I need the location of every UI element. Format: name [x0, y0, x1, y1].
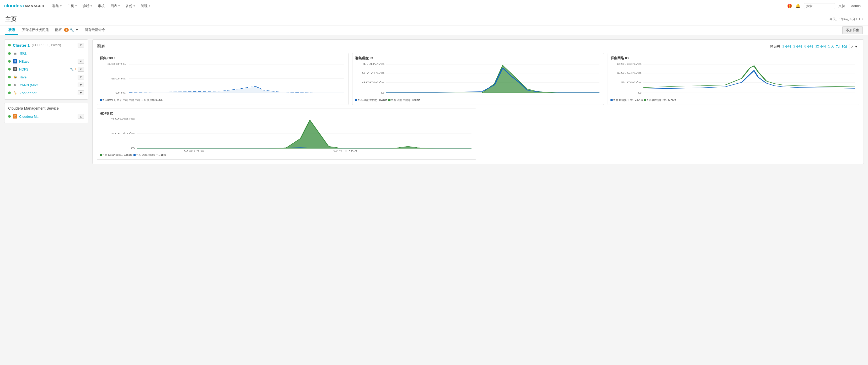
- hdfs-io-chart-card: HDFS IO 400b/s 200b/s 0 03:45 04 PM: [97, 109, 476, 160]
- time-filters: 30 分钟 1 小时 2 小时 6 小时 12 小时 1 天 7d 30d ↗ …: [770, 44, 859, 49]
- nav-item-backup[interactable]: 备份: [123, 0, 138, 12]
- tab-status[interactable]: 状态: [5, 25, 18, 35]
- tab-commands[interactable]: 所有最新命令: [82, 25, 108, 35]
- management-card: Cloudera Management Service C Cloudera M…: [4, 103, 88, 123]
- service-status-dot: [8, 52, 11, 55]
- nav-item-charts[interactable]: 图表: [108, 0, 122, 12]
- admin-menu[interactable]: admin: [851, 4, 861, 8]
- service-item-hdfs[interactable]: H HDFS 🔧 1 ▼: [8, 66, 84, 73]
- tabs-container: 状态 所有运行状况问题 配置 1 🔧 ▼ 所有最新命令 添加群集: [0, 25, 868, 35]
- time-filter-6h[interactable]: 6 小时: [804, 44, 813, 49]
- service-name-hive: Hive: [20, 75, 75, 79]
- service-status-dot: [8, 76, 11, 79]
- service-name-host: 主机: [20, 51, 84, 56]
- yarn-dropdown-button[interactable]: ▼: [78, 83, 84, 87]
- cluster-name[interactable]: Cluster 1: [13, 43, 30, 48]
- service-list: ⊞ 主机 H HBase ▼ H HDFS: [8, 50, 84, 96]
- hdfs-io-chart-area: 400b/s 200b/s 0 03:45 04 PM: [100, 118, 473, 152]
- svg-marker-19: [386, 65, 599, 93]
- config-dropdown[interactable]: ▼: [75, 28, 79, 31]
- svg-text:29.3K/s: 29.3K/s: [617, 63, 642, 65]
- hdfs-io-chart-title: HDFS IO: [100, 112, 473, 115]
- nav-menu: 群集 主机 诊断 审核 图表 备份 管理: [50, 0, 787, 12]
- top-charts-grid: 群集 CPU 100% 50% 0% 03:45 04 PM: [97, 53, 859, 105]
- svg-text:200b/s: 200b/s: [110, 132, 135, 135]
- external-link-icon[interactable]: ↗ ▼: [849, 44, 859, 49]
- legend-green-dot: [389, 99, 391, 101]
- support-link[interactable]: 支持: [838, 4, 845, 8]
- svg-text:977K/s: 977K/s: [362, 71, 385, 74]
- svg-text:100%: 100%: [107, 63, 126, 65]
- cpu-chart-area: 100% 50% 0% 03:45 04 PM: [100, 63, 346, 97]
- nav-item-cluster[interactable]: 群集: [50, 0, 64, 12]
- cluster-dropdown-button[interactable]: ▼: [78, 43, 84, 48]
- nav-item-host[interactable]: 主机: [65, 0, 80, 12]
- hbase-dropdown-button[interactable]: ▼: [78, 59, 84, 64]
- tab-config[interactable]: 配置 1 🔧 ▼: [52, 25, 82, 35]
- legend-blue-dot: [355, 99, 357, 101]
- cpu-chart-title: 群集 CPU: [100, 56, 346, 61]
- service-item-host[interactable]: ⊞ 主机: [8, 50, 84, 57]
- gift-icon[interactable]: 🎁: [787, 3, 792, 8]
- mgmt-title: Cloudera Management Service: [8, 106, 84, 111]
- nav-item-audit[interactable]: 审核: [95, 0, 107, 12]
- svg-text:400b/s: 400b/s: [110, 118, 135, 120]
- bell-icon[interactable]: 🔔: [795, 3, 801, 8]
- nav-item-manage[interactable]: 管理: [138, 0, 153, 12]
- chevron-down-icon: [149, 5, 150, 6]
- brand-manager-text: MANAGER: [25, 4, 44, 8]
- network-io-chart-card: 群集网络 IO 29.3K/s 19.5K/s 9.8K/s 0 03:45 0…: [608, 53, 859, 105]
- time-filter-1d[interactable]: 1 天: [828, 44, 834, 49]
- cluster-version: (CDH 5.11.0, Parcel): [32, 43, 61, 47]
- chevron-down-icon: [118, 5, 120, 6]
- legend-blue-dot: [611, 99, 613, 101]
- network-io-chart-area: 29.3K/s 19.5K/s 9.8K/s 0 03:45 04 PM: [611, 63, 857, 97]
- brand[interactable]: cloudera MANAGER: [4, 3, 44, 9]
- legend-blue-dot: [133, 154, 135, 156]
- service-item-yarn[interactable]: ⚙ YARN (MR2... ▼: [8, 82, 84, 88]
- time-filter-1h[interactable]: 1 小时: [782, 44, 791, 49]
- cloudera-mgmt-icon: C: [13, 114, 17, 119]
- chevron-down-icon: [75, 5, 77, 6]
- hive-dropdown-button[interactable]: ▼: [78, 75, 84, 80]
- service-item-hive[interactable]: 🐝 Hive ▼: [8, 74, 84, 81]
- time-filter-30min[interactable]: 30 分钟: [770, 44, 780, 49]
- config-badge: 1: [64, 28, 69, 32]
- hdfs-dropdown-button[interactable]: ▼: [78, 67, 84, 71]
- service-status-dot: [8, 92, 11, 94]
- hdfs-warning: 🔧 1: [70, 68, 76, 71]
- time-filter-30d[interactable]: 30d: [841, 45, 847, 49]
- cluster-card: Cluster 1 (CDH 5.11.0, Parcel) ▼ ⊞ 主机 H …: [4, 39, 88, 100]
- service-item-cloudera-mgmt[interactable]: C Cloudera M... ▲: [8, 113, 84, 120]
- svg-text:03:45: 03:45: [184, 149, 205, 152]
- svg-text:9.8K/s: 9.8K/s: [621, 81, 642, 84]
- time-filter-7d[interactable]: 7d: [836, 45, 839, 49]
- service-name-zookeeper: ZooKeeper: [20, 91, 75, 95]
- add-cluster-button[interactable]: 添加群集: [842, 26, 863, 34]
- service-status-dot: [8, 60, 11, 63]
- page-header-top: 主页 今天, 下午4点09分 UTC: [5, 15, 863, 25]
- nav-item-diagnostics[interactable]: 诊断: [80, 0, 95, 12]
- service-name-hbase: HBase: [19, 60, 75, 63]
- zookeeper-dropdown-button[interactable]: ▼: [78, 90, 84, 95]
- service-item-hbase[interactable]: H HBase ▼: [8, 58, 84, 65]
- service-status-dot: [8, 68, 11, 70]
- cluster-status-dot: [8, 44, 11, 47]
- wrench-icon: 🔧: [70, 28, 74, 32]
- service-item-zookeeper[interactable]: 🦒 ZooKeeper ▼: [8, 89, 84, 96]
- search-input[interactable]: [804, 3, 835, 9]
- svg-marker-38: [137, 120, 471, 148]
- mgmt-dropdown-button[interactable]: ▲: [78, 114, 84, 119]
- page-time: 今天, 下午4点09分 UTC: [830, 17, 863, 24]
- disk-io-chart-card: 群集磁盘 IO 1.4M/s 977K/s 488K/s 0 03:45 04 …: [352, 53, 604, 105]
- time-filter-2h[interactable]: 2 小时: [793, 44, 802, 49]
- charts-header: 图表 30 分钟 1 小时 2 小时 6 小时 12 小时 1 天 7d 30d…: [97, 44, 859, 49]
- cpu-chart-card: 群集 CPU 100% 50% 0% 03:45 04 PM: [97, 53, 348, 105]
- cluster-header: Cluster 1 (CDH 5.11.0, Parcel) ▼: [8, 43, 84, 48]
- brand-cloudera-text: cloudera: [4, 3, 24, 9]
- tab-health-issues[interactable]: 所有运行状况问题: [18, 25, 52, 35]
- time-filter-12h[interactable]: 12 小时: [815, 44, 826, 49]
- yarn-icon: ⚙: [13, 83, 18, 87]
- empty-chart-placeholder: [480, 109, 859, 160]
- legend-green-dot: [644, 99, 646, 101]
